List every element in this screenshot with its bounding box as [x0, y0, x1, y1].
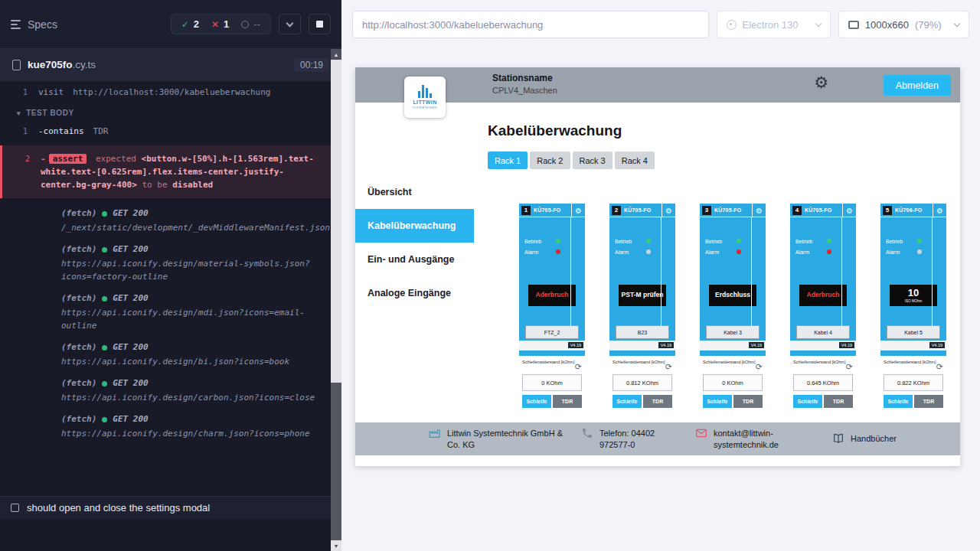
status-text: PST-M prüfen [622, 292, 664, 298]
refresh-icon[interactable]: ⟳ [575, 363, 582, 371]
betrieb-led [917, 239, 922, 243]
visit-log-entry[interactable]: 1 visit http://localhost:3000/kabelueber… [0, 83, 341, 102]
specs-menu-button[interactable]: Specs [11, 18, 57, 31]
card-gear-icon[interactable]: ⚙ [752, 204, 766, 217]
contains-log-entry[interactable]: 1 -contains TDR [0, 122, 341, 141]
collapse-button[interactable] [279, 14, 301, 34]
betrieb-led [827, 239, 831, 243]
schleife-button[interactable]: Schleife [703, 395, 732, 408]
loop-resistance-label: Schleifenwiderstand [kOhm] [884, 360, 936, 364]
chevron-down-icon [954, 20, 960, 26]
card-model: KÜ706-FO [895, 207, 922, 213]
refresh-icon[interactable]: ⟳ [756, 363, 763, 371]
tdr-button[interactable]: TDR [824, 395, 853, 408]
loop-resistance-value: 0.645 KOhm [793, 374, 853, 391]
footer-phone: Telefon: 04402 972577-0 [581, 428, 688, 451]
fetch-log-entry[interactable]: (fetch) GET 200 https://api.iconify.desi… [0, 288, 341, 337]
stop-icon [316, 21, 323, 28]
stop-button[interactable] [309, 14, 331, 34]
nav-item[interactable]: Übersicht [355, 175, 474, 209]
device-card: 5 KÜ706-FO ⚙ Betrieb Alarm [880, 204, 946, 422]
card-number: 1 [521, 206, 531, 215]
schleife-button[interactable]: Schleife [522, 395, 551, 408]
rack-tab[interactable]: Rack 3 [573, 152, 612, 169]
status-text: Aderbruch [536, 292, 569, 298]
rack-tab[interactable]: Rack 1 [488, 152, 528, 169]
nav-item-label: Analoge Eingänge [368, 288, 451, 298]
status-ok-dot [102, 211, 107, 217]
nav-item[interactable]: Kabelüberwachung [355, 209, 474, 243]
firmware-version: V4.19 [929, 342, 945, 348]
settings-gear-icon[interactable]: ⚙ [814, 74, 828, 90]
refresh-icon[interactable]: ⟳ [665, 363, 672, 371]
email-icon [695, 427, 707, 439]
refresh-icon[interactable]: ⟳ [846, 363, 853, 371]
app-header: Stationsname CPLV4_Maschen ⚙ Abmelden [355, 67, 960, 103]
nav-item-label: Kabelüberwachung [368, 220, 456, 231]
status-ok-dot [102, 345, 107, 350]
card-gear-icon[interactable]: ⚙ [842, 204, 856, 217]
tdr-button[interactable]: TDR [733, 395, 763, 408]
refresh-icon[interactable]: ⟳ [936, 363, 943, 371]
fetch-log-entry[interactable]: (fetch) GET 200 https://api.iconify.desi… [0, 337, 341, 373]
status-text: Erdschluss [715, 292, 750, 298]
test-stats[interactable]: ✓ 2 ✕ 1 -- [171, 14, 271, 34]
device-card: 3 KÜ705-FO ⚙ Betrieb Alarm [700, 204, 766, 422]
card-gear-icon[interactable]: ⚙ [662, 204, 675, 217]
measurement-panel: Schleifenwiderstand [kOhm] ⟳ 0.645 KOhm … [790, 356, 856, 422]
card-model: KÜ705-FO [534, 207, 560, 213]
fetch-log-list: (fetch) GET 200 /_next/static/developmen… [0, 203, 341, 445]
measurement-panel: Schleifenwiderstand [kOhm] ⟳ 0.822 KOhm … [880, 356, 946, 422]
loop-resistance-label: Schleifenwiderstand [kOhm] [703, 360, 755, 364]
phone-icon [581, 427, 593, 439]
assert-log-entry[interactable]: 2 -assert expected <button.w-[50%].h-[1.… [0, 145, 341, 198]
logout-button[interactable]: Abmelden [884, 75, 951, 96]
alarm-led [646, 249, 651, 254]
fetch-log-entry[interactable]: (fetch) GET 200 https://api.iconify.desi… [0, 239, 341, 288]
viewport-select[interactable]: 1000x660 (79%) [838, 11, 969, 38]
device-card: 4 KÜ705-FO ⚙ Betrieb Alarm [790, 204, 856, 422]
sidebar-scrollbar[interactable]: ▲ ▼ [331, 49, 341, 551]
fetch-log-entry[interactable]: (fetch) GET 200 /_next/static/developmen… [0, 203, 341, 239]
scrollbar-thumb[interactable] [331, 383, 341, 540]
measurement-panel: Schleifenwiderstand [kOhm] ⟳ 0 KOhm Schl… [700, 356, 766, 422]
cable-name: Kabel 3 [706, 325, 760, 339]
tdr-button[interactable]: TDR [914, 395, 943, 408]
url-input[interactable] [352, 11, 709, 38]
spec-file-row[interactable]: kue705fo.cy.ts 00:19 [0, 49, 341, 81]
cypress-sidebar: Specs ✓ 2 ✕ 1 -- kue705fo.cy.ts [0, 0, 341, 551]
schleife-button[interactable]: Schleife [793, 395, 822, 408]
nav-item[interactable]: Ein- und Ausgänge [355, 243, 474, 276]
schleife-button[interactable]: Schleife [884, 395, 913, 408]
firmware-version: V4.19 [658, 342, 674, 348]
next-test-row[interactable]: should open and close the settings modal [0, 496, 331, 519]
schematic-line [751, 217, 752, 326]
nav-item[interactable]: Analoge Eingänge [355, 276, 474, 310]
page-title: Kabelüberwachung [488, 122, 960, 139]
status-box: Aderbruch [799, 285, 847, 306]
card-gear-icon[interactable]: ⚙ [571, 204, 585, 217]
schleife-button[interactable]: Schleife [612, 395, 642, 408]
fetch-log-entry[interactable]: (fetch) GET 200 https://api.iconify.desi… [0, 373, 341, 409]
footer-manuals[interactable]: Handbücher [832, 433, 897, 445]
rack-tab[interactable]: Rack 2 [530, 152, 570, 169]
betrieb-led [646, 239, 651, 243]
scroll-up-button[interactable]: ▲ [331, 49, 341, 60]
rack-tab[interactable]: Rack 4 [615, 152, 655, 169]
browser-select[interactable]: Electron 130 [717, 11, 831, 38]
tdr-button[interactable]: TDR [643, 395, 672, 408]
littwin-logo: LITTWIN SYSTEMTECHNIK [404, 77, 446, 118]
tdr-button[interactable]: TDR [553, 395, 582, 408]
failed-stat: ✕ 1 [211, 18, 229, 30]
factory-icon [429, 427, 441, 439]
test-body-section[interactable]: ▾ TEST BODY [0, 102, 341, 122]
specs-list-icon [11, 20, 21, 29]
fetch-log-entry[interactable]: (fetch) GET 200 https://api.iconify.desi… [0, 409, 341, 445]
logo-bars-icon [418, 85, 433, 98]
nav-item-label: Übersicht [368, 187, 412, 197]
scroll-down-button[interactable]: ▼ [331, 540, 341, 551]
card-gear-icon[interactable]: ⚙ [933, 204, 946, 217]
firmware-version: V4.19 [749, 342, 764, 348]
app-nav: Übersicht Kabelüberwachung Ein- und Ausg… [355, 103, 474, 422]
viewport-icon [848, 21, 859, 29]
